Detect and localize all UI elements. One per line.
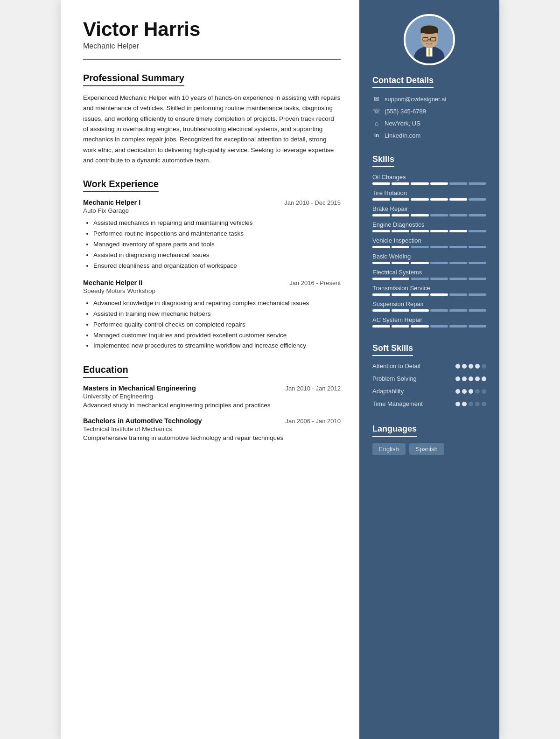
job-1-bullet-1: Assisted mechanics in repairing and main…	[93, 218, 341, 229]
edu-2-desc: Comprehensive training in automotive tec…	[83, 434, 341, 441]
edu-1-degree: Masters in Mechanical Engineering	[83, 384, 196, 392]
job-1-bullet-4: Assisted in diagnosing mechanical issues	[93, 250, 341, 261]
job-2: Mechanic Helper II Jan 2016 - Present Sp…	[83, 279, 341, 352]
soft-skill-time-management-name: Time Management	[372, 400, 455, 408]
skill-engine-diagnostics-bar	[372, 230, 486, 232]
language-spanish: Spanish	[409, 443, 444, 455]
skill-ac-system-repair: AC System Repair	[372, 316, 486, 328]
skill-ac-system-repair-name: AC System Repair	[372, 316, 486, 323]
edu-2-dates: Jan 2006 - Jan 2010	[285, 418, 341, 425]
skill-brake-repair-name: Brake Repair	[372, 205, 486, 212]
job-2-header: Mechanic Helper II Jan 2016 - Present	[83, 279, 341, 286]
job-1-header: Mechanic Helper I Jan 2010 - Dec 2015	[83, 199, 341, 206]
soft-skill-attention-dots	[455, 364, 486, 369]
skill-transmission-service-name: Transmission Service	[372, 285, 486, 292]
skill-electrical-systems-bar	[372, 278, 486, 280]
soft-skill-problem-solving-dots	[455, 376, 486, 381]
skill-oil-changes: Oil Changes	[372, 174, 486, 185]
contact-location-text: NewYork, US	[385, 120, 420, 127]
skills-heading: Skills	[372, 154, 394, 167]
job-2-bullets: Advanced knowledge in diagnosing and rep…	[83, 298, 341, 352]
skill-engine-diagnostics-name: Engine Diagnostics	[372, 221, 486, 228]
skill-transmission-service: Transmission Service	[372, 285, 486, 296]
edu-1-desc: Advanced study in mechanical engineering…	[83, 402, 341, 409]
skill-brake-repair: Brake Repair	[372, 205, 486, 216]
skill-vehicle-inspection-bar	[372, 246, 486, 248]
soft-skill-adaptability: Adaptability	[372, 388, 486, 396]
skill-suspension-repair: Suspension Repair	[372, 300, 486, 312]
work-experience-section: Work Experience Mechanic Helper I Jan 20…	[83, 179, 341, 351]
skill-oil-changes-bar	[372, 182, 486, 185]
edu-1: Masters in Mechanical Engineering Jan 20…	[83, 384, 341, 409]
professional-summary-heading: Professional Summary	[83, 73, 184, 86]
soft-skill-attention: Attention to Detail	[372, 363, 486, 370]
contact-linkedin: in LinkedIn.com	[372, 131, 486, 139]
professional-summary-text: Experienced Mechanic Helper with 10 year…	[83, 93, 341, 166]
education-heading: Education	[83, 364, 128, 378]
header-title: Mechanic Helper	[83, 42, 341, 50]
right-column: Contact Details ✉ support@cvdesigner.ai …	[359, 0, 499, 739]
education-section: Education Masters in Mechanical Engineer…	[83, 364, 341, 441]
svg-point-11	[428, 40, 430, 42]
skill-tire-rotation-bar	[372, 198, 486, 201]
job-2-bullet-2: Assisted in training new mechanic helper…	[93, 309, 341, 320]
job-1-dates: Jan 2010 - Dec 2015	[284, 199, 341, 206]
job-1-bullets: Assisted mechanics in repairing and main…	[83, 218, 341, 272]
soft-skill-attention-name: Attention to Detail	[372, 363, 455, 370]
skill-basic-welding-bar	[372, 262, 486, 264]
work-experience-heading: Work Experience	[83, 179, 159, 192]
contact-phone-text: (555) 345-6789	[385, 108, 426, 115]
contact-heading: Contact Details	[372, 76, 434, 88]
resume-container: Victor Harris Mechanic Helper Profession…	[61, 0, 499, 739]
phone-icon: ☏	[372, 107, 381, 115]
email-icon: ✉	[372, 95, 381, 103]
svg-rect-4	[428, 49, 430, 56]
edu-1-dates: Jan 2010 - Jan 2012	[285, 385, 341, 392]
soft-skill-time-management: Time Management	[372, 400, 486, 408]
skill-transmission-service-bar	[372, 293, 486, 296]
job-1-bullet-5: Ensured cleanliness and organization of …	[93, 261, 341, 272]
photo-wrapper	[372, 14, 486, 65]
contact-location: ⌂ NewYork, US	[372, 119, 486, 127]
linkedin-icon: in	[372, 131, 381, 139]
skill-electrical-systems-name: Electrical Systems	[372, 269, 486, 276]
soft-skill-problem-solving-name: Problem Solving	[372, 375, 455, 383]
skill-electrical-systems: Electrical Systems	[372, 269, 486, 280]
languages-heading: Languages	[372, 424, 417, 437]
contact-phone: ☏ (555) 345-6789	[372, 107, 486, 115]
header-name: Victor Harris	[83, 19, 341, 40]
skill-brake-repair-bar	[372, 214, 486, 216]
skill-engine-diagnostics: Engine Diagnostics	[372, 221, 486, 232]
contact-section: Contact Details ✉ support@cvdesigner.ai …	[372, 76, 486, 143]
job-2-bullet-1: Advanced knowledge in diagnosing and rep…	[93, 298, 341, 309]
job-1-title: Mechanic Helper I	[83, 199, 140, 206]
skill-vehicle-inspection: Vehicle Inspection	[372, 237, 486, 248]
skill-suspension-repair-bar	[372, 309, 486, 312]
skill-basic-welding-name: Basic Welding	[372, 253, 486, 260]
contact-email-text: support@cvdesigner.ai	[385, 96, 446, 103]
soft-skill-time-management-dots	[455, 402, 486, 406]
edu-1-header: Masters in Mechanical Engineering Jan 20…	[83, 384, 341, 392]
edu-1-school: University of Engineering	[83, 393, 341, 400]
soft-skill-problem-solving: Problem Solving	[372, 375, 486, 383]
edu-2-school: Technical Institute of Mechanics	[83, 425, 341, 432]
left-column: Victor Harris Mechanic Helper Profession…	[61, 0, 359, 739]
skill-tire-rotation: Tire Rotation	[372, 189, 486, 201]
header-divider	[83, 59, 341, 60]
languages-row: English Spanish	[372, 443, 486, 455]
location-icon: ⌂	[372, 119, 381, 127]
language-english: English	[372, 443, 406, 455]
job-2-title: Mechanic Helper II	[83, 279, 142, 286]
svg-rect-7	[420, 30, 438, 33]
job-2-bullet-4: Managed customer inquiries and provided …	[93, 330, 341, 341]
soft-skills-heading: Soft Skills	[372, 343, 413, 356]
contact-linkedin-text: LinkedIn.com	[385, 132, 420, 139]
professional-summary-section: Professional Summary Experienced Mechani…	[83, 73, 341, 166]
job-1-bullet-2: Performed routine inspections and mainte…	[93, 229, 341, 239]
skills-section: Skills Oil Changes Tire Rotation	[372, 154, 486, 332]
edu-2-degree: Bachelors in Automotive Technology	[83, 417, 202, 425]
skill-basic-welding: Basic Welding	[372, 253, 486, 264]
skill-oil-changes-name: Oil Changes	[372, 174, 486, 181]
edu-2: Bachelors in Automotive Technology Jan 2…	[83, 417, 341, 441]
soft-skill-adaptability-dots	[455, 389, 486, 394]
